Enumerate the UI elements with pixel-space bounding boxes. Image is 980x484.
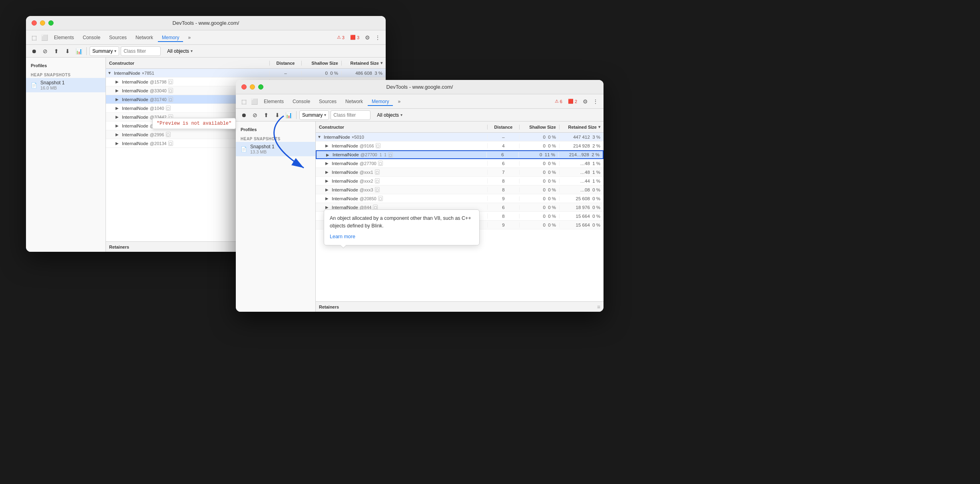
expand-icon[interactable]: ▼ [108,71,112,75]
expand-icon[interactable]: ▶ [325,143,330,148]
expand-icon[interactable]: ▶ [116,106,120,110]
summary-select-back[interactable]: Summary ▾ [90,46,119,56]
table-row[interactable]: ▶ InternalNode @xxx3 □ 8 0 0 % …08 0 % [316,185,604,194]
node-name: InternalNode [332,161,358,166]
summary-arrow-front: ▾ [324,113,326,117]
maximize-button-back[interactable] [48,20,54,26]
snapshot-item-front[interactable]: 📄 Snapshot 1 13.3 MB [236,142,315,156]
expand-icon[interactable]: ▶ [325,205,330,209]
table-area-front: Constructor Distance Shallow Size Retain… [316,121,604,312]
maximize-button-front[interactable] [258,84,263,90]
expand-icon[interactable]: ▶ [116,132,120,137]
title-bar-back: DevTools - www.google.com/ [26,16,386,30]
expand-icon[interactable]: ▶ [116,123,120,128]
device-icon[interactable]: ⬜ [40,33,49,42]
tab-sources-front[interactable]: Sources [315,97,341,106]
tr-retained: 18 976 0 % [560,205,604,210]
tr-distance: 6 [488,161,520,166]
table-row[interactable]: ▼ InternalNode ×5010 – 0 0 % 447 412 3 % [316,133,604,141]
err-badge-back: 🟥 3 [348,34,362,41]
expand-icon[interactable]: ▶ [116,115,120,119]
table-row[interactable]: ▶ InternalNode @9166 □ 4 0 0 % 214 928 2… [316,141,604,150]
expand-icon[interactable]: ▶ [325,170,330,174]
expand-icon[interactable]: ▶ [116,80,120,84]
expand-icon[interactable]: ▶ [116,88,120,93]
download-btn-back[interactable]: ⬇ [63,46,72,56]
tab-elements-back[interactable]: Elements [50,33,78,42]
tab-memory-back[interactable]: Memory [158,33,183,42]
all-objects-label-back: All objects [167,48,189,54]
record-btn-front[interactable]: ⏺ [239,110,249,120]
class-filter-front[interactable] [331,110,370,120]
download-btn-front[interactable]: ⬇ [273,110,282,120]
tab-memory-front[interactable]: Memory [368,97,393,106]
inspect-icon[interactable]: ⬚ [29,33,39,42]
inspect-icon-front[interactable]: ⬚ [239,97,249,106]
expand-icon[interactable]: ▶ [326,153,331,157]
warn-badge-front: ⚠ 6 [552,98,565,105]
snapshot-item-back[interactable]: 📄 Snapshot 1 16.0 MB [26,78,106,92]
node-icon: □ [166,106,171,111]
tr-shallow: 0 0 % [520,214,560,219]
table-row[interactable]: ▶ InternalNode @27700 □ 6 0 0 % …48 1 % [316,159,604,168]
stop-btn-back[interactable]: ⊘ [40,46,50,56]
tab-more-front[interactable]: » [394,97,404,106]
tr-retained: …48 1 % [560,161,604,166]
table-row[interactable]: ▶ InternalNode @xxx2 □ 8 0 0 % …44 1 % [316,177,604,185]
stop-btn-front[interactable]: ⊘ [250,110,260,120]
tab-network-front[interactable]: Network [341,97,367,106]
learn-more-link[interactable]: Learn more [330,233,474,241]
summary-select-front[interactable]: Summary ▾ [299,110,329,120]
tab-console-front[interactable]: Console [289,97,314,106]
expand-icon[interactable]: ▶ [325,179,330,183]
summary-arrow-back: ▾ [114,49,116,53]
more-icon-front[interactable]: ⋮ [591,97,600,106]
snapshot-btn-front[interactable]: 📊 [284,110,293,120]
upload-btn-front[interactable]: ⬆ [261,110,271,120]
minimize-button-back[interactable] [40,20,45,26]
tab-more-back[interactable]: » [184,33,195,42]
all-objects-select-front[interactable]: All objects ▾ [374,112,405,119]
tab-console-back[interactable]: Console [79,33,104,42]
tab-sources-back[interactable]: Sources [105,33,131,42]
table-row[interactable]: ▼ InternalNode ×7851 – 0 0 % 486 608 3 % [106,69,386,78]
tr-constructor: ▶ InternalNode @20850 □ [316,196,488,201]
toolbar-front: ⏺ ⊘ ⬆ ⬇ 📊 Summary ▾ All objects ▾ [236,109,604,121]
th-shallow-front: Shallow Size [520,125,560,129]
node-icon: □ [375,178,380,183]
tr-constructor: ▶ InternalNode @xxx3 □ [316,187,488,192]
class-filter-back[interactable] [121,46,161,56]
upload-btn-back[interactable]: ⬆ [52,46,61,56]
retainers-label-front: Retainers [319,305,339,309]
node-icon: □ [166,132,171,137]
window-title-back: DevTools - www.google.com/ [173,20,239,26]
expand-icon[interactable]: ▶ [325,187,330,192]
traffic-lights-front [241,84,263,90]
device-icon-front[interactable]: ⬜ [249,97,259,106]
tr-distance: 4 [488,143,520,148]
expand-icon[interactable]: ▶ [325,161,330,165]
devtools-tabs-front: ⬚ ⬜ Elements Console Sources Network Mem… [236,94,604,109]
tab-network-back[interactable]: Network [131,33,157,42]
tr-retained: 15 664 0 % [560,223,604,227]
expand-icon[interactable]: ▼ [317,135,322,139]
record-btn-back[interactable]: ⏺ [29,46,39,56]
close-button-front[interactable] [241,84,247,90]
node-id: @15798 [150,80,167,84]
snapshot-label-front: Snapshot 1 [250,144,275,149]
table-row[interactable]: ▶ InternalNode @xxx1 □ 7 0 0 % …48 1 % [316,168,604,177]
table-row[interactable]: ▶ InternalNode @27700 1 1 □ 6 0 11 % 214… [316,150,604,159]
settings-icon-front[interactable]: ⚙ [580,97,590,106]
tab-elements-front[interactable]: Elements [260,97,288,106]
more-icon-back[interactable]: ⋮ [373,33,382,42]
expand-icon[interactable]: ▶ [325,196,330,201]
expand-icon[interactable]: ▶ [116,97,120,102]
snapshot-btn-back[interactable]: 📊 [74,46,84,56]
table-row[interactable]: ▶ InternalNode @20850 □ 9 0 0 % 25 608 0… [316,194,604,203]
node-name: InternalNode [122,80,148,84]
close-button-back[interactable] [32,20,37,26]
expand-icon[interactable]: ▶ [116,141,120,145]
all-objects-select-back[interactable]: All objects ▾ [165,48,195,55]
settings-icon-back[interactable]: ⚙ [363,33,372,42]
minimize-button-front[interactable] [250,84,255,90]
